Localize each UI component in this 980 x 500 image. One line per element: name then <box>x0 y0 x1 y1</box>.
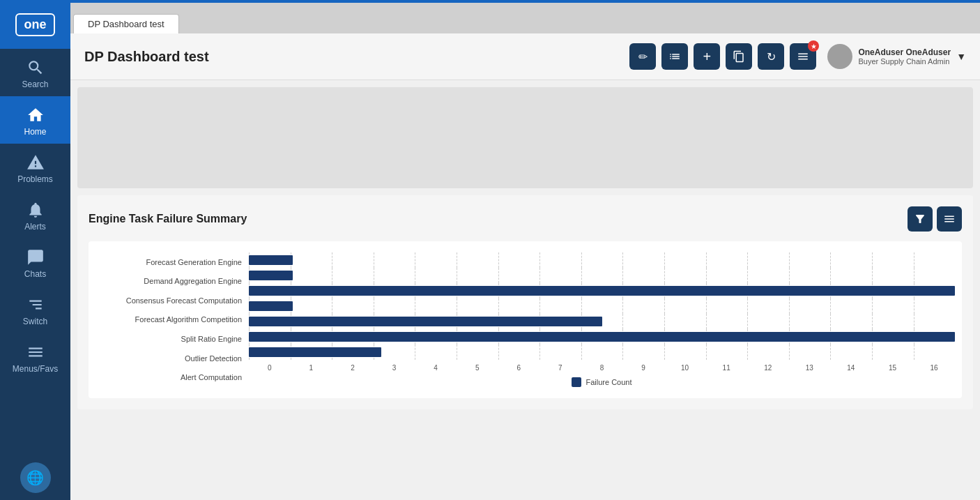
chart-label-2: Consensus Forecast Computation <box>95 293 242 308</box>
chart-label-4: Split Ratio Engine <box>95 331 242 347</box>
bars-rows <box>249 252 955 360</box>
sidebar-item-problems[interactable]: Problems <box>0 144 70 191</box>
x-axis-tick: 12 <box>747 364 789 372</box>
chat-icon <box>26 248 45 266</box>
bar-row-5 <box>249 329 955 344</box>
tab-dp-dashboard[interactable]: DP Dashboard test <box>73 14 179 33</box>
x-axis-tick: 7 <box>539 364 581 372</box>
x-axis-tick: 10 <box>664 364 706 372</box>
notification-badge: ★ <box>808 40 819 52</box>
sidebar-label-alerts: Alerts <box>24 222 46 232</box>
page-title: DP Dashboard test <box>84 49 209 65</box>
chart-label-5: Outlier Detection <box>95 351 242 366</box>
x-axis-tick: 15 <box>872 364 914 372</box>
home-icon <box>26 106 45 124</box>
x-axis-tick: 14 <box>830 364 872 372</box>
x-axis-tick: 6 <box>498 364 539 372</box>
user-role: Buyer Supply Chain Admin <box>858 57 951 66</box>
bell-icon <box>26 201 45 219</box>
sidebar: one Search Home Problems Alerts Chats Sw… <box>0 0 70 500</box>
legend-label: Failure Count <box>585 378 631 386</box>
header-bar: DP Dashboard test ✏ + ↻ ★ <box>70 33 980 80</box>
sidebar-label-home: Home <box>24 127 46 137</box>
chart-container: Forecast Generation EngineDemand Aggrega… <box>89 241 962 398</box>
chart-bars-area: 012345678910111213141516 Failure Count <box>249 252 955 387</box>
user-name: OneAduser OneAduser <box>858 47 951 57</box>
tab-bar: DP Dashboard test <box>70 3 980 33</box>
menu-lines-icon <box>797 50 809 63</box>
bar-5 <box>249 332 955 342</box>
x-axis-tick: 3 <box>374 364 415 372</box>
sidebar-label-menus: Menus/Favs <box>13 364 58 374</box>
x-axis-tick: 0 <box>249 364 291 372</box>
chart-menu-icon <box>943 213 956 225</box>
bar-row-1 <box>249 268 955 283</box>
header-actions: ✏ + ↻ ★ OneAduser On <box>629 43 966 70</box>
copy-button[interactable] <box>726 43 752 70</box>
bar-1 <box>249 271 293 280</box>
bar-6 <box>249 347 381 357</box>
switch-icon <box>26 296 45 314</box>
sidebar-item-search[interactable]: Search <box>0 49 70 96</box>
warning-icon <box>26 153 45 172</box>
sidebar-item-switch[interactable]: Switch <box>0 286 70 333</box>
list-button[interactable] <box>661 43 688 70</box>
filter-icon <box>914 213 926 225</box>
chart-labels: Forecast Generation EngineDemand Aggrega… <box>95 252 249 387</box>
bar-3 <box>249 301 293 311</box>
bar-row-0 <box>249 252 955 268</box>
logo[interactable]: one <box>0 0 70 49</box>
chart-label-0: Forecast Generation Engine <box>95 255 242 270</box>
sidebar-item-alerts[interactable]: Alerts <box>0 191 70 238</box>
refresh-button[interactable]: ↻ <box>758 43 784 70</box>
sidebar-item-chats[interactable]: Chats <box>0 238 70 286</box>
bar-row-3 <box>249 298 955 314</box>
chart-label-1: Demand Aggregation Engine <box>95 273 242 289</box>
bar-2 <box>249 286 955 296</box>
chart-menu-button[interactable] <box>937 206 962 232</box>
x-axis: 012345678910111213141516 <box>249 360 955 372</box>
menu-icon <box>26 343 45 361</box>
x-axis-tick: 1 <box>291 364 332 372</box>
avatar[interactable]: 🌐 <box>20 462 51 493</box>
chart-filter-button[interactable] <box>908 206 933 232</box>
chart-section: Engine Task Failure Summary Forecast Gen… <box>77 195 973 409</box>
logo-text: one <box>15 13 54 36</box>
content-area: DP Dashboard test ✏ + ↻ ★ <box>70 33 980 500</box>
sidebar-label-switch: Switch <box>23 317 47 326</box>
bar-0 <box>249 255 293 265</box>
edit-button[interactable]: ✏ <box>629 43 656 70</box>
chart-title: Engine Task Failure Summary <box>89 213 247 225</box>
chart-header: Engine Task Failure Summary <box>89 206 962 232</box>
sidebar-item-home[interactable]: Home <box>0 96 70 144</box>
user-area[interactable]: OneAduser OneAduser Buyer Supply Chain A… <box>827 44 966 69</box>
search-icon <box>26 59 45 77</box>
x-axis-tick: 13 <box>789 364 831 372</box>
x-axis-tick: 2 <box>332 364 374 372</box>
sidebar-label-search: Search <box>22 79 48 89</box>
legend: Failure Count <box>249 377 955 387</box>
chart-label-3: Forecast Algorithm Competition <box>95 312 242 327</box>
sidebar-bottom: 🌐 <box>0 455 70 500</box>
add-button[interactable]: + <box>694 43 720 70</box>
list-icon <box>668 50 681 63</box>
x-axis-tick: 16 <box>913 364 955 372</box>
bar-row-6 <box>249 344 955 360</box>
x-axis-tick: 9 <box>622 364 664 372</box>
x-axis-tick: 4 <box>415 364 457 372</box>
user-info: OneAduser OneAduser Buyer Supply Chain A… <box>858 47 951 66</box>
bar-row-4 <box>249 314 955 329</box>
x-axis-tick: 11 <box>705 364 747 372</box>
chart-label-6: Alert Computation <box>95 370 242 385</box>
copy-icon <box>733 50 745 63</box>
chart-header-actions <box>908 206 962 232</box>
bar-row-2 <box>249 283 955 298</box>
user-dropdown-arrow[interactable]: ▼ <box>956 51 966 62</box>
main-content: DP Dashboard test DP Dashboard test ✏ + … <box>70 0 980 500</box>
sidebar-item-menus[interactable]: Menus/Favs <box>0 333 70 381</box>
legend-color <box>572 377 581 387</box>
placeholder-panel <box>77 87 973 188</box>
x-axis-tick: 5 <box>457 364 498 372</box>
bar-4 <box>249 317 602 326</box>
sidebar-label-chats: Chats <box>24 269 46 279</box>
